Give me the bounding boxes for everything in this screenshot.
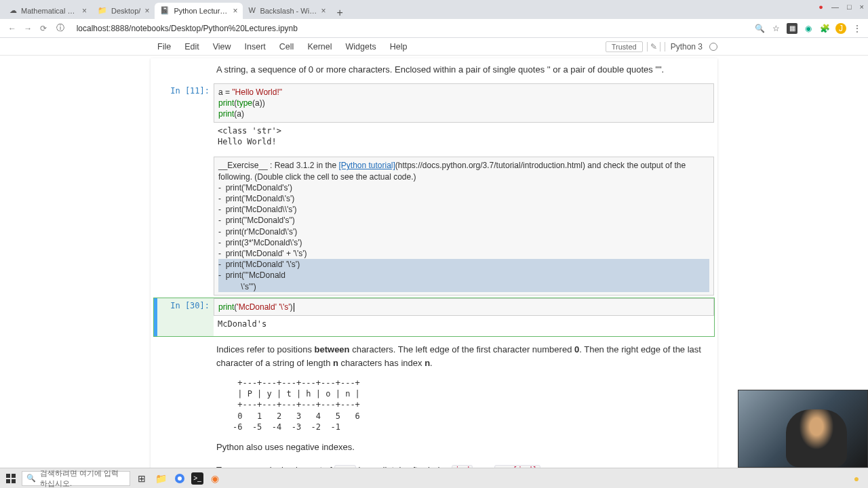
menu-file[interactable]: File xyxy=(151,42,178,52)
zoom-icon[interactable]: 🔍 xyxy=(754,23,765,34)
notebook: A string, a sequence of 0 or more charac… xyxy=(151,58,717,474)
edit-icon[interactable]: ✎ xyxy=(647,42,660,52)
task-view-button[interactable]: ⊞ xyxy=(134,471,149,486)
cell-prompt xyxy=(154,339,214,474)
menu-view[interactable]: View xyxy=(206,42,238,52)
kernel-name[interactable]: Python 3 xyxy=(665,42,703,52)
close-icon[interactable]: × xyxy=(144,6,149,16)
forward-button[interactable]: → xyxy=(21,24,35,33)
new-tab-button[interactable]: + xyxy=(331,7,348,19)
code-cell-selected[interactable]: In [30]: print('McDonald' '\'s') McDonal… xyxy=(153,298,715,337)
menu-cell[interactable]: Cell xyxy=(273,42,301,52)
cell-prompt: In [11]: xyxy=(154,83,214,155)
cloud-icon: ☁ xyxy=(9,6,17,16)
maximize-button[interactable]: □ xyxy=(847,3,852,11)
tab-title: Mathematical Foundations of D xyxy=(21,7,78,15)
code-output: McDonald's xyxy=(214,316,714,332)
profile-avatar[interactable]: J xyxy=(835,23,846,34)
code-cell[interactable]: In [11]: a = "Hello World!" print(type(a… xyxy=(153,83,715,155)
close-icon[interactable]: × xyxy=(321,6,326,16)
search-placeholder: 검색하려면 여기에 입력하십시오. xyxy=(40,468,125,489)
url-input[interactable] xyxy=(71,22,747,35)
cell-prompt xyxy=(154,157,214,295)
wikipedia-icon: W xyxy=(248,6,256,16)
menu-help[interactable]: Help xyxy=(383,42,414,52)
tab-title: Python Lectures - Jupyter Note xyxy=(174,7,229,15)
markdown-cell[interactable]: Indices refer to positions between chara… xyxy=(153,338,715,474)
browser-tab-active[interactable]: 📓 Python Lectures - Jupyter Note × xyxy=(155,3,243,19)
svg-rect-0 xyxy=(6,474,10,478)
kernel-indicator-icon xyxy=(709,43,717,51)
menu-widgets[interactable]: Widgets xyxy=(339,42,383,52)
close-button[interactable]: × xyxy=(860,3,864,11)
site-info-icon[interactable]: ⓘ xyxy=(56,22,64,34)
browser-tab[interactable]: 📁 Desktop/ × xyxy=(92,3,155,19)
menu-edit[interactable]: Edit xyxy=(178,42,206,52)
close-icon[interactable]: × xyxy=(233,6,237,16)
code-input[interactable]: a = "Hello World!" print(type(a)) print(… xyxy=(214,83,714,123)
code-output: <class 'str'> Hello World! xyxy=(214,123,714,150)
browser-tab[interactable]: ☁ Mathematical Foundations of D × xyxy=(4,3,92,19)
menu-icon[interactable]: ⋮ xyxy=(852,23,863,34)
browser-tab[interactable]: W Backslash - Wikipedia × xyxy=(243,3,331,19)
star-icon[interactable]: ☆ xyxy=(770,23,781,34)
browser-tabs: ☁ Mathematical Foundations of D × 📁 Desk… xyxy=(0,0,868,19)
taskbar-search[interactable]: 🔍 검색하려면 여기에 입력하십시오. xyxy=(22,471,130,486)
webcam-overlay xyxy=(738,390,868,468)
markdown-cell[interactable]: A string, a sequence of 0 or more charac… xyxy=(153,62,715,81)
cell-prompt: In [30]: xyxy=(154,298,214,336)
reload-button[interactable]: ⟳ xyxy=(37,24,50,33)
markdown-text: Indices refer to positions between chara… xyxy=(214,339,714,474)
jupyter-icon[interactable]: ◉ xyxy=(208,471,222,486)
tab-title: Backslash - Wikipedia xyxy=(260,7,317,15)
text-caret xyxy=(294,303,294,312)
extension-icon[interactable]: ◉ xyxy=(803,23,814,34)
record-icon[interactable]: ● xyxy=(818,3,823,11)
markdown-text: A string, a sequence of 0 or more charac… xyxy=(214,63,714,81)
extension-icon[interactable]: ▦ xyxy=(787,23,797,34)
url-bar: ← → ⟳ ⓘ 🔍 ☆ ▦ ◉ 🧩 J ⋮ xyxy=(0,19,868,38)
terminal-icon[interactable]: >_ xyxy=(191,472,203,485)
menu-insert[interactable]: Insert xyxy=(238,42,273,52)
explorer-icon[interactable]: 📁 xyxy=(153,471,168,486)
taskbar: 🔍 검색하려면 여기에 입력하십시오. ⊞ 📁 >_ ◉ ● xyxy=(0,468,868,488)
text-selection: - print('McDonald' '\'s') - print('''McD… xyxy=(218,259,709,292)
tray-icon[interactable]: ● xyxy=(849,471,864,486)
cell-prompt xyxy=(154,63,214,81)
raw-input[interactable]: __Exercise__ : Read 3.1.2 in the [Python… xyxy=(214,157,714,295)
svg-rect-2 xyxy=(6,479,10,483)
jupyter-menubar: File Edit View Insert Cell Kernel Widget… xyxy=(0,38,868,56)
ascii-diagram: +---+---+---+---+---+---+ | P | y | t | … xyxy=(233,378,711,432)
nav-arrows: ← → ⟳ xyxy=(5,24,50,33)
menu-kernel[interactable]: Kernel xyxy=(300,42,338,52)
chrome-icon[interactable] xyxy=(172,471,187,486)
svg-rect-3 xyxy=(12,479,16,483)
back-button[interactable]: ← xyxy=(5,24,19,33)
tutorial-link[interactable]: [Python tutorial] xyxy=(338,161,395,170)
close-icon[interactable]: × xyxy=(82,6,87,16)
svg-rect-1 xyxy=(12,474,16,478)
folder-icon: 📁 xyxy=(98,6,107,16)
raw-cell[interactable]: __Exercise__ : Read 3.1.2 in the [Python… xyxy=(153,156,715,296)
tab-title: Desktop/ xyxy=(111,7,140,15)
minimize-button[interactable]: — xyxy=(831,3,839,11)
svg-point-5 xyxy=(178,476,182,481)
extension-icon[interactable]: 🧩 xyxy=(819,23,830,34)
window-controls: ● — □ × xyxy=(818,3,864,11)
search-icon: 🔍 xyxy=(26,474,36,483)
notebook-icon: 📓 xyxy=(160,6,170,16)
code-input[interactable]: print('McDonald' '\'s') xyxy=(214,298,714,316)
trusted-badge[interactable]: Trusted xyxy=(606,41,643,52)
start-button[interactable] xyxy=(4,472,18,485)
